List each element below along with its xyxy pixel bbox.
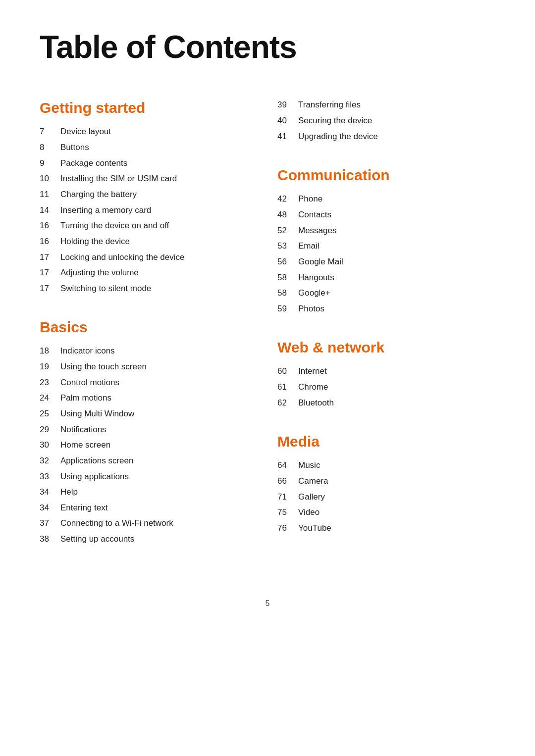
toc-page-number: 17 (40, 283, 60, 295)
toc-entry-label: Music (298, 459, 320, 472)
toc-entry-label: Using applications (60, 471, 129, 483)
toc-entry-label: YouTube (298, 522, 331, 535)
toc-item: 25Using Multi Window (40, 408, 248, 420)
toc-item: 62Bluetooth (277, 397, 495, 409)
toc-entry-label: Buttons (60, 142, 89, 154)
toc-item: 76YouTube (277, 522, 495, 535)
toc-item: 40Securing the device (277, 115, 495, 127)
right-column: 39Transferring files40Securing the devic… (268, 99, 495, 569)
toc-list: 18Indicator icons19Using the touch scree… (40, 345, 248, 545)
toc-entry-label: Using Multi Window (60, 408, 134, 420)
toc-page-number: 14 (40, 204, 60, 217)
toc-page-number: 39 (277, 99, 298, 111)
toc-list: 7Device layout8Buttons9Package contents1… (40, 126, 248, 295)
toc-entry-label: Gallery (298, 491, 325, 504)
toc-page-number: 18 (40, 345, 60, 357)
section-title: Communication (277, 166, 495, 184)
toc-entry-label: Camera (298, 475, 328, 488)
toc-entry-label: Video (298, 506, 320, 519)
toc-entry-label: Phone (298, 193, 322, 205)
toc-item: 24Palm motions (40, 392, 248, 404)
toc-item: 30Home screen (40, 439, 248, 452)
toc-entry-label: Transferring files (298, 99, 361, 111)
toc-page-number: 19 (40, 361, 60, 373)
toc-page-number: 37 (40, 517, 60, 530)
toc-page-number: 62 (277, 397, 298, 409)
toc-item: 19Using the touch screen (40, 361, 248, 373)
toc-section: Web & network60Internet61Chrome62Bluetoo… (277, 339, 495, 409)
toc-item: 41Upgrading the device (277, 131, 495, 143)
toc-page-number: 24 (40, 392, 60, 404)
toc-item: 34Help (40, 486, 248, 499)
toc-page-number: 34 (40, 486, 60, 499)
toc-item: 48Contacts (277, 209, 495, 221)
toc-item: 37Connecting to a Wi-Fi network (40, 517, 248, 530)
toc-entry-label: Locking and unlocking the device (60, 252, 184, 264)
toc-entry-label: Home screen (60, 439, 110, 452)
toc-entry-label: Holding the device (60, 236, 130, 248)
toc-page-number: 17 (40, 267, 60, 279)
toc-content: Getting started7Device layout8Buttons9Pa… (40, 99, 495, 569)
toc-page-number: 33 (40, 471, 60, 483)
toc-item: 34Entering text (40, 502, 248, 514)
toc-page-number: 8 (40, 142, 60, 154)
toc-entry-label: Photos (298, 303, 324, 315)
toc-item: 14Inserting a memory card (40, 204, 248, 217)
toc-section: Media64Music66Camera71Gallery75Video76Yo… (277, 433, 495, 534)
section-title: Getting started (40, 99, 248, 117)
section-title: Basics (40, 318, 248, 336)
toc-entry-label: Connecting to a Wi-Fi network (60, 517, 173, 530)
toc-entry-label: Chrome (298, 381, 328, 394)
left-column: Getting started7Device layout8Buttons9Pa… (40, 99, 268, 569)
toc-page-number: 30 (40, 439, 60, 452)
toc-entry-label: Entering text (60, 502, 107, 514)
toc-page-number: 38 (40, 533, 60, 546)
toc-item: 59Photos (277, 303, 495, 315)
toc-item: 60Internet (277, 365, 495, 378)
toc-page-number: 48 (277, 209, 298, 221)
toc-entry-label: Charging the battery (60, 189, 137, 201)
toc-entry-label: Google+ (298, 287, 330, 300)
toc-page-number: 16 (40, 236, 60, 248)
toc-entry-label: Email (298, 240, 320, 252)
page-number: 5 (40, 599, 495, 608)
toc-page-number: 32 (40, 455, 60, 467)
toc-entry-label: Hangouts (298, 272, 334, 284)
toc-page-number: 61 (277, 381, 298, 394)
toc-list: 42Phone48Contacts52Messages53Email56Goog… (277, 193, 495, 315)
toc-list: 64Music66Camera71Gallery75Video76YouTube (277, 459, 495, 534)
toc-entry-label: Setting up accounts (60, 533, 134, 546)
toc-item: 16Turning the device on and off (40, 220, 248, 232)
toc-entry-label: Device layout (60, 126, 111, 138)
toc-section: Communication42Phone48Contacts52Messages… (277, 166, 495, 315)
toc-entry-label: Using the touch screen (60, 361, 147, 373)
toc-page-number: 64 (277, 459, 298, 472)
toc-entry-label: Applications screen (60, 455, 133, 467)
toc-item: 39Transferring files (277, 99, 495, 111)
toc-item: 29Notifications (40, 424, 248, 436)
toc-page-number: 59 (277, 303, 298, 315)
toc-page-number: 23 (40, 377, 60, 389)
toc-item: 33Using applications (40, 471, 248, 483)
toc-item: 17Locking and unlocking the device (40, 252, 248, 264)
toc-section: Getting started7Device layout8Buttons9Pa… (40, 99, 248, 295)
toc-item: 16Holding the device (40, 236, 248, 248)
toc-entry-label: Google Mail (298, 256, 343, 268)
toc-item: 8Buttons (40, 142, 248, 154)
toc-item: 56Google Mail (277, 256, 495, 268)
toc-page-number: 9 (40, 157, 60, 170)
toc-entry-label: Indicator icons (60, 345, 115, 357)
toc-page-number: 29 (40, 424, 60, 436)
toc-item: 53Email (277, 240, 495, 252)
toc-page-number: 53 (277, 240, 298, 252)
toc-entry-label: Help (60, 486, 78, 499)
toc-page-number: 40 (277, 115, 298, 127)
toc-item: 64Music (277, 459, 495, 472)
toc-page-number: 56 (277, 256, 298, 268)
toc-page-number: 11 (40, 189, 60, 201)
toc-entry-label: Palm motions (60, 392, 111, 404)
toc-item: 9Package contents (40, 157, 248, 170)
toc-entry-label: Bluetooth (298, 397, 334, 409)
toc-page-number: 60 (277, 365, 298, 378)
toc-page-number: 58 (277, 272, 298, 284)
